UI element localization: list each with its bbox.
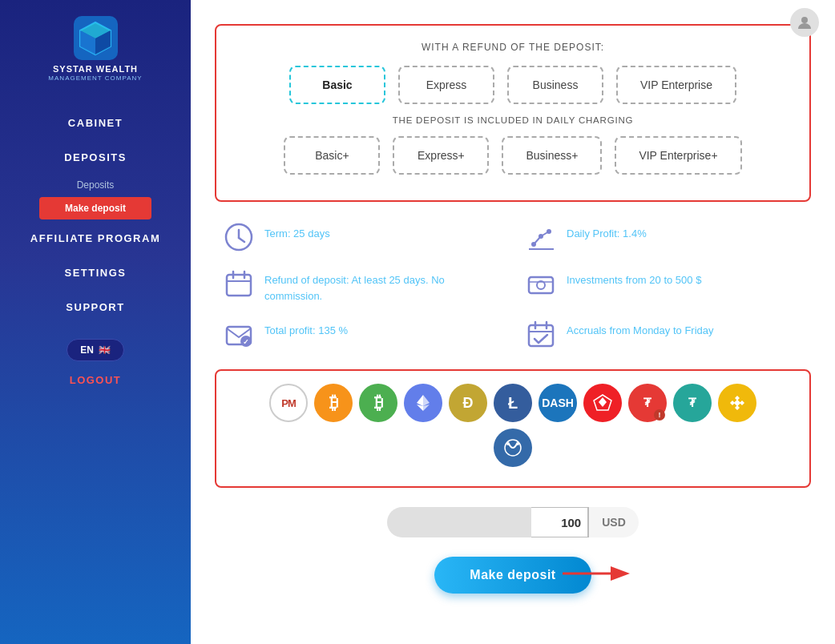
info-grid: Term: 25 days Daily Profit: 1.4% Refund … (215, 221, 811, 350)
svg-marker-29 (423, 395, 430, 406)
svg-point-42 (516, 442, 519, 445)
svg-rect-15 (227, 275, 251, 296)
logo-title: SYSTAR WEALTH (53, 63, 138, 74)
plan-basic[interactable]: Basic (289, 66, 385, 104)
envelope-icon: ✓ (223, 318, 255, 350)
crypto-ethereum[interactable] (404, 384, 442, 422)
crypto-ripple[interactable] (494, 429, 532, 467)
sidebar-item-cabinet[interactable]: CABINET (0, 106, 191, 140)
arrow-icon (563, 561, 635, 589)
amount-currency: USD (588, 507, 639, 537)
logo-subtitle: MANAGEMENT COMPANY (48, 74, 142, 82)
plan-business[interactable]: Business (507, 66, 603, 104)
info-total-profit-text: Total profit: 135 % (264, 318, 348, 339)
crypto-tron[interactable] (583, 384, 622, 422)
plan-vip-enterprise[interactable]: VIP Enterprise (616, 66, 736, 104)
lang-label: EN (80, 344, 94, 356)
crypto-litecoin[interactable]: Ł (494, 384, 532, 422)
sidebar-item-settings[interactable]: SETTINGS (0, 256, 191, 290)
crypto-usdt-green[interactable]: ₮ (673, 384, 712, 422)
info-daily-profit-text: Daily Profit: 1.4% (567, 221, 647, 242)
flag-icon: 🇬🇧 (99, 344, 111, 356)
crypto-binance[interactable] (718, 384, 756, 422)
crypto-dash[interactable]: DASH (539, 384, 577, 422)
crypto-bitcoin-orange[interactable]: ₿ (314, 384, 353, 422)
logo-icon (74, 16, 118, 60)
plan-basic-plus[interactable]: Basic+ (284, 136, 380, 175)
crypto-section: PM ₿ ₿ Ð Ł DASH (215, 369, 811, 488)
avatar-icon (797, 14, 813, 30)
amount-input-wrapper (531, 507, 588, 537)
sidebar-item-support[interactable]: SUPPORT (0, 290, 191, 324)
crypto-usdt-red[interactable]: ₮ ! (628, 384, 667, 422)
crypto-row-1: PM ₿ ₿ Ð Ł DASH (269, 384, 756, 422)
svg-rect-25 (529, 325, 553, 346)
info-investments-text: Investments from 20 to 500 $ (567, 268, 701, 288)
svg-point-5 (801, 17, 808, 23)
svg-marker-34 (599, 397, 607, 407)
info-accruals-text: Accruals from Monday to Friday (567, 318, 714, 339)
daily-charging-title: THE DEPOSIT IS INCLUDED IN DAILY CHARGIN… (232, 115, 793, 125)
sidebar-subitem-deposits[interactable]: Deposits (0, 175, 191, 195)
logo-area: SYSTAR WEALTH MANAGEMENT COMPANY (48, 8, 142, 98)
sidebar-item-affiliate[interactable]: AFFILIATE PROGRAM (0, 221, 191, 256)
main-content: WITH A REFUND OF THE DEPOSIT: Basic Expr… (191, 0, 835, 644)
clock-icon (223, 221, 255, 253)
info-refund: Refund of deposit: At least 25 days. No … (223, 268, 501, 304)
sidebar-item-deposits[interactable]: DEPOSITS (0, 140, 191, 175)
money-icon (525, 268, 557, 300)
plans-plus-row: Basic+ Express+ Business+ VIP Enterprise… (232, 136, 793, 175)
info-daily-profit: Daily Profit: 1.4% (525, 221, 803, 253)
info-accruals: Accruals from Monday to Friday (525, 318, 803, 350)
language-button[interactable]: EN 🇬🇧 (67, 339, 124, 361)
plan-express[interactable]: Express (398, 66, 494, 104)
svg-text:✓: ✓ (243, 338, 249, 346)
plan-section: WITH A REFUND OF THE DEPOSIT: Basic Expr… (215, 24, 811, 202)
plan-vip-enterprise-plus[interactable]: VIP Enterprise+ (615, 136, 741, 175)
crypto-dogecoin[interactable]: Ð (449, 384, 487, 422)
svg-marker-30 (417, 395, 423, 406)
svg-rect-19 (529, 277, 553, 293)
svg-rect-39 (734, 400, 740, 406)
amount-row: USD (215, 507, 811, 537)
logout-button[interactable]: LOGOUT (70, 374, 122, 386)
info-term-text: Term: 25 days (264, 221, 330, 242)
svg-line-8 (239, 238, 244, 242)
amount-slider[interactable] (387, 507, 531, 537)
info-term: Term: 25 days (223, 221, 501, 253)
plan-business-plus[interactable]: Business+ (502, 136, 602, 175)
svg-point-41 (506, 442, 510, 445)
svg-line-12 (534, 236, 541, 244)
refund-title: WITH A REFUND OF THE DEPOSIT: (232, 42, 793, 53)
info-total-profit: ✓ Total profit: 135 % (223, 318, 501, 350)
sidebar-submenu: Deposits Make deposit (0, 175, 191, 221)
sidebar: SYSTAR WEALTH MANAGEMENT COMPANY CABINET… (0, 0, 191, 644)
plans-basic-row: Basic Express Business VIP Enterprise (232, 66, 793, 104)
user-avatar[interactable] (790, 8, 819, 37)
plan-express-plus[interactable]: Express+ (393, 136, 489, 175)
crypto-row-2 (494, 429, 532, 467)
chart-icon (525, 221, 557, 253)
calendar-icon (223, 268, 255, 300)
sidebar-nav: CABINET DEPOSITS Deposits Make deposit A… (0, 106, 191, 386)
crypto-pm[interactable]: PM (269, 384, 308, 422)
info-refund-text: Refund of deposit: At least 25 days. No … (264, 268, 501, 304)
crypto-bitcoin-green[interactable]: ₿ (359, 384, 397, 422)
amount-input[interactable] (531, 508, 587, 537)
make-deposit-row: Make deposit (215, 557, 811, 594)
info-investments: Investments from 20 to 500 $ (525, 268, 803, 304)
sidebar-subitem-make-deposit[interactable]: Make deposit (39, 197, 151, 219)
svg-line-13 (541, 231, 549, 236)
calendar-check-icon (525, 318, 557, 350)
